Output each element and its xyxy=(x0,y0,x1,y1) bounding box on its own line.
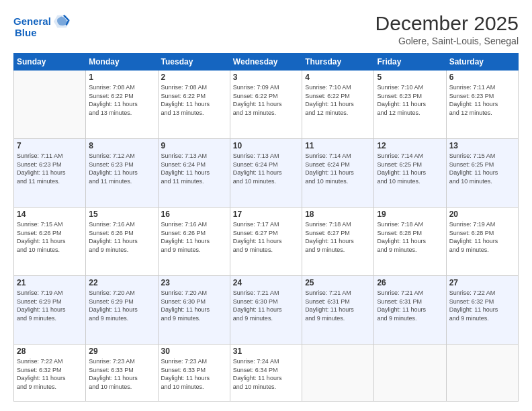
day-info: Sunrise: 7:21 AM Sunset: 6:31 PM Dayligh… xyxy=(305,289,371,322)
day-info: Sunrise: 7:21 AM Sunset: 6:31 PM Dayligh… xyxy=(377,289,443,322)
day-number: 5 xyxy=(377,73,443,82)
calendar-day-cell: 21Sunrise: 7:19 AM Sunset: 6:29 PM Dayli… xyxy=(14,275,86,344)
day-number: 12 xyxy=(377,141,443,150)
calendar-day-cell: 4Sunrise: 7:10 AM Sunset: 6:22 PM Daylig… xyxy=(302,71,374,139)
day-number: 24 xyxy=(233,278,299,287)
calendar-day-cell: 6Sunrise: 7:11 AM Sunset: 6:23 PM Daylig… xyxy=(446,71,518,139)
calendar-header-cell: Tuesday xyxy=(158,54,230,71)
calendar-header-cell: Saturday xyxy=(446,54,518,71)
day-number: 8 xyxy=(89,141,154,150)
location: Golere, Saint-Louis, Senegal xyxy=(375,36,519,46)
day-info: Sunrise: 7:16 AM Sunset: 6:26 PM Dayligh… xyxy=(161,220,227,254)
calendar-day-cell: 28Sunrise: 7:22 AM Sunset: 6:32 PM Dayli… xyxy=(14,344,86,401)
calendar-week-row: 21Sunrise: 7:19 AM Sunset: 6:29 PM Dayli… xyxy=(14,275,519,344)
day-info: Sunrise: 7:15 AM Sunset: 6:26 PM Dayligh… xyxy=(17,220,83,254)
calendar-day-cell xyxy=(302,344,374,401)
calendar-week-row: 1Sunrise: 7:08 AM Sunset: 6:22 PM Daylig… xyxy=(14,71,519,139)
calendar-day-cell: 7Sunrise: 7:11 AM Sunset: 6:23 PM Daylig… xyxy=(14,138,86,207)
day-number: 1 xyxy=(89,73,154,82)
day-number: 22 xyxy=(89,278,154,287)
calendar-day-cell: 26Sunrise: 7:21 AM Sunset: 6:31 PM Dayli… xyxy=(374,275,446,344)
calendar-day-cell: 22Sunrise: 7:20 AM Sunset: 6:29 PM Dayli… xyxy=(86,275,158,344)
day-number: 28 xyxy=(17,347,83,356)
day-number: 3 xyxy=(233,73,299,82)
day-number: 6 xyxy=(449,73,515,82)
day-info: Sunrise: 7:19 AM Sunset: 6:28 PM Dayligh… xyxy=(449,220,515,254)
header: General Blue December 2025 Golere, Saint… xyxy=(13,12,519,46)
day-number: 20 xyxy=(449,210,515,219)
day-info: Sunrise: 7:22 AM Sunset: 6:32 PM Dayligh… xyxy=(17,357,83,391)
day-number: 25 xyxy=(305,278,371,287)
day-number: 10 xyxy=(233,141,299,150)
calendar-day-cell: 17Sunrise: 7:17 AM Sunset: 6:27 PM Dayli… xyxy=(230,207,302,275)
day-number: 4 xyxy=(305,73,371,82)
day-number: 31 xyxy=(233,347,299,356)
month-year: December 2025 xyxy=(375,12,519,34)
day-info: Sunrise: 7:20 AM Sunset: 6:30 PM Dayligh… xyxy=(161,289,227,322)
calendar-day-cell: 19Sunrise: 7:18 AM Sunset: 6:28 PM Dayli… xyxy=(374,207,446,275)
day-number: 18 xyxy=(305,210,371,219)
day-info: Sunrise: 7:13 AM Sunset: 6:24 PM Dayligh… xyxy=(161,152,227,185)
day-number: 15 xyxy=(89,210,154,219)
day-number: 13 xyxy=(449,141,515,150)
day-info: Sunrise: 7:11 AM Sunset: 6:23 PM Dayligh… xyxy=(17,152,83,185)
day-info: Sunrise: 7:18 AM Sunset: 6:27 PM Dayligh… xyxy=(305,220,371,254)
calendar-day-cell: 29Sunrise: 7:23 AM Sunset: 6:33 PM Dayli… xyxy=(86,344,158,401)
calendar-body: 1Sunrise: 7:08 AM Sunset: 6:22 PM Daylig… xyxy=(14,71,519,402)
day-number: 29 xyxy=(89,347,154,356)
day-number: 19 xyxy=(377,210,443,219)
calendar-header-cell: Sunday xyxy=(14,54,86,71)
calendar-day-cell: 24Sunrise: 7:21 AM Sunset: 6:30 PM Dayli… xyxy=(230,275,302,344)
day-info: Sunrise: 7:17 AM Sunset: 6:27 PM Dayligh… xyxy=(233,220,299,254)
calendar-day-cell: 27Sunrise: 7:22 AM Sunset: 6:32 PM Dayli… xyxy=(446,275,518,344)
day-info: Sunrise: 7:08 AM Sunset: 6:22 PM Dayligh… xyxy=(161,83,227,117)
calendar-day-cell xyxy=(374,344,446,401)
day-number: 7 xyxy=(17,141,83,150)
calendar-header-cell: Friday xyxy=(374,54,446,71)
calendar-day-cell: 25Sunrise: 7:21 AM Sunset: 6:31 PM Dayli… xyxy=(302,275,374,344)
calendar-page: General Blue December 2025 Golere, Saint… xyxy=(0,0,532,411)
day-number: 2 xyxy=(161,73,227,82)
day-info: Sunrise: 7:15 AM Sunset: 6:25 PM Dayligh… xyxy=(449,152,515,185)
calendar-day-cell: 16Sunrise: 7:16 AM Sunset: 6:26 PM Dayli… xyxy=(158,207,230,275)
calendar-day-cell: 3Sunrise: 7:09 AM Sunset: 6:22 PM Daylig… xyxy=(230,71,302,139)
day-info: Sunrise: 7:09 AM Sunset: 6:22 PM Dayligh… xyxy=(233,83,299,117)
calendar-day-cell: 12Sunrise: 7:14 AM Sunset: 6:25 PM Dayli… xyxy=(374,138,446,207)
day-info: Sunrise: 7:21 AM Sunset: 6:30 PM Dayligh… xyxy=(233,289,299,322)
day-number: 26 xyxy=(377,278,443,287)
calendar-day-cell xyxy=(14,71,86,139)
day-number: 21 xyxy=(17,278,83,287)
day-number: 17 xyxy=(233,210,299,219)
calendar-day-cell: 23Sunrise: 7:20 AM Sunset: 6:30 PM Dayli… xyxy=(158,275,230,344)
day-info: Sunrise: 7:18 AM Sunset: 6:28 PM Dayligh… xyxy=(377,220,443,254)
day-number: 14 xyxy=(17,210,83,219)
calendar-day-cell: 30Sunrise: 7:23 AM Sunset: 6:33 PM Dayli… xyxy=(158,344,230,401)
title-block: December 2025 Golere, Saint-Louis, Seneg… xyxy=(375,12,519,46)
day-number: 11 xyxy=(305,141,371,150)
calendar-header-cell: Monday xyxy=(86,54,158,71)
day-info: Sunrise: 7:24 AM Sunset: 6:34 PM Dayligh… xyxy=(233,357,299,391)
calendar-header-cell: Wednesday xyxy=(230,54,302,71)
calendar-day-cell: 15Sunrise: 7:16 AM Sunset: 6:26 PM Dayli… xyxy=(86,207,158,275)
day-number: 27 xyxy=(449,278,515,287)
calendar-day-cell: 13Sunrise: 7:15 AM Sunset: 6:25 PM Dayli… xyxy=(446,138,518,207)
calendar-week-row: 7Sunrise: 7:11 AM Sunset: 6:23 PM Daylig… xyxy=(14,138,519,207)
calendar-day-cell: 11Sunrise: 7:14 AM Sunset: 6:24 PM Dayli… xyxy=(302,138,374,207)
day-info: Sunrise: 7:23 AM Sunset: 6:33 PM Dayligh… xyxy=(89,357,154,391)
day-info: Sunrise: 7:13 AM Sunset: 6:24 PM Dayligh… xyxy=(233,152,299,185)
day-info: Sunrise: 7:23 AM Sunset: 6:33 PM Dayligh… xyxy=(161,357,227,391)
day-number: 30 xyxy=(161,347,227,356)
calendar-day-cell: 10Sunrise: 7:13 AM Sunset: 6:24 PM Dayli… xyxy=(230,138,302,207)
calendar-day-cell: 9Sunrise: 7:13 AM Sunset: 6:24 PM Daylig… xyxy=(158,138,230,207)
logo-text: General xyxy=(13,15,51,28)
day-number: 23 xyxy=(161,278,227,287)
calendar-table: SundayMondayTuesdayWednesdayThursdayFrid… xyxy=(13,53,519,402)
day-info: Sunrise: 7:14 AM Sunset: 6:24 PM Dayligh… xyxy=(305,152,371,185)
day-info: Sunrise: 7:14 AM Sunset: 6:25 PM Dayligh… xyxy=(377,152,443,185)
logo-icon xyxy=(52,12,71,31)
calendar-day-cell: 2Sunrise: 7:08 AM Sunset: 6:22 PM Daylig… xyxy=(158,71,230,139)
calendar-week-row: 14Sunrise: 7:15 AM Sunset: 6:26 PM Dayli… xyxy=(14,207,519,275)
day-info: Sunrise: 7:19 AM Sunset: 6:29 PM Dayligh… xyxy=(17,289,83,322)
calendar-day-cell: 18Sunrise: 7:18 AM Sunset: 6:27 PM Dayli… xyxy=(302,207,374,275)
calendar-week-row: 28Sunrise: 7:22 AM Sunset: 6:32 PM Dayli… xyxy=(14,344,519,401)
